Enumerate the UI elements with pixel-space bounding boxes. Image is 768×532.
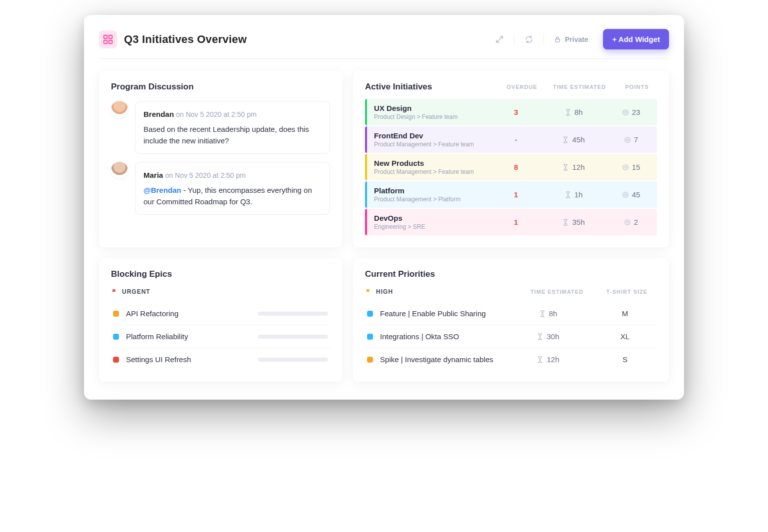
star-icon [624, 136, 631, 143]
initiatives-list: UX DesignProduct Design > Feature team38… [365, 99, 657, 235]
initiative-row[interactable]: PlatformProduct Management > Platform11h… [365, 181, 657, 208]
initiative-title: FrontEnd Dev [374, 131, 496, 140]
flag-label: HIGH [376, 288, 393, 295]
hourglass-icon [562, 219, 569, 226]
expand-button[interactable] [492, 32, 507, 47]
star-icon [622, 164, 629, 171]
message-bubble[interactable]: Maria on Nov 5 2020 at 2:50 pm @Brendan … [135, 162, 330, 215]
star-icon [622, 191, 629, 198]
initiative-overdue: 8 [496, 163, 536, 171]
grid-icon [103, 34, 113, 44]
priority-label: Integrations | Okta SSO [380, 332, 501, 341]
priority-size: M [595, 309, 655, 318]
initiative-path: Product Management > Platform [374, 196, 496, 203]
priority-label: Spike | Investigate dynamic tables [380, 355, 501, 364]
priority-row[interactable]: Integrations | Okta SSO30hXL [365, 325, 657, 348]
card-title: Blocking Epics [111, 269, 330, 279]
initiative-path: Engineering > SRE [374, 223, 496, 230]
priority-size: S [595, 355, 655, 364]
privacy-label: Private [565, 35, 588, 43]
message-mention[interactable]: @Brendan [144, 186, 181, 194]
star-icon [622, 109, 629, 116]
app-logo [99, 30, 117, 48]
initiative-points: 15 [611, 163, 651, 171]
page-title: Q3 Initiatives Overview [124, 33, 247, 46]
epics-list: API RefactoringPlatform ReliabilitySetti… [111, 302, 330, 371]
dashboard-window: Q3 Initiatives Overview Private + Add Wi… [84, 15, 684, 400]
flag-icon [365, 288, 372, 295]
priority-time: 12h [508, 355, 588, 364]
initiative-time: 8h [536, 108, 611, 116]
blocking-epics-card: Blocking Epics URGENT API RefactoringPla… [99, 258, 342, 382]
initiative-overdue: 3 [496, 108, 536, 116]
message-body: Based on the recent Leadership update, d… [144, 123, 322, 147]
flag-icon [111, 288, 118, 295]
initiative-title: New Products [374, 159, 496, 167]
svg-rect-0 [104, 35, 108, 38]
star-icon [624, 219, 631, 226]
avatar [111, 162, 128, 179]
message-timestamp: on Nov 5 2020 at 2:50 pm [165, 171, 246, 179]
card-title: Current Priorities [365, 269, 657, 279]
priority-flag: HIGH [365, 288, 517, 295]
refresh-button[interactable] [522, 32, 536, 47]
hourglass-icon [539, 310, 546, 317]
initiative-row[interactable]: UX DesignProduct Design > Feature team38… [365, 99, 657, 125]
progress-bar [258, 358, 328, 362]
initiative-path: Product Management > Feature team [374, 141, 496, 148]
initiative-overdue: 1 [496, 218, 536, 226]
priority-row[interactable]: Feature | Enable Public Sharing8hM [365, 302, 657, 325]
lock-icon [554, 36, 561, 43]
priority-time: 30h [508, 332, 588, 341]
header-bar: Q3 Initiatives Overview Private + Add Wi… [99, 29, 669, 59]
priority-size: XL [595, 332, 655, 341]
color-dot [113, 334, 119, 340]
progress-bar [258, 335, 328, 339]
epic-row[interactable]: API Refactoring [111, 302, 330, 325]
priority-row[interactable]: Spike | Investigate dynamic tables12hS [365, 348, 657, 371]
column-header-time: TIME ESTIMATED [517, 289, 597, 295]
add-widget-button[interactable]: + Add Widget [603, 29, 669, 49]
message-timestamp: on Nov 5 2020 at 2:50 pm [176, 110, 256, 118]
hourglass-icon [564, 191, 572, 198]
discussion-message: Brendan on Nov 5 2020 at 2:50 pm Based o… [111, 101, 330, 154]
progress-bar [258, 312, 328, 316]
initiative-title: DevOps [374, 214, 496, 222]
refresh-icon [524, 35, 534, 44]
card-title: Active Initiatives [365, 82, 502, 92]
divider [544, 34, 544, 45]
message-author: Brendan [144, 110, 174, 118]
initiative-points: 7 [611, 135, 651, 144]
initiative-overdue: 1 [496, 190, 536, 199]
priority-flag: URGENT [111, 288, 330, 295]
current-priorities-card: Current Priorities HIGH TIME ESTIMATED T… [353, 258, 669, 382]
hourglass-icon [536, 333, 544, 340]
svg-rect-4 [556, 39, 560, 42]
expand-icon [495, 35, 504, 44]
initiative-path: Product Design > Feature team [374, 113, 496, 120]
color-dot [367, 334, 373, 340]
message-bubble[interactable]: Brendan on Nov 5 2020 at 2:50 pm Based o… [135, 101, 330, 154]
avatar [111, 101, 128, 118]
epic-label: Settings UI Refresh [126, 355, 251, 364]
epic-row[interactable]: Settings UI Refresh [111, 348, 330, 371]
initiative-title: Platform [374, 186, 496, 195]
priorities-list: Feature | Enable Public Sharing8hMIntegr… [365, 302, 657, 371]
active-initiatives-card: Active Initiatives OVERDUE TIME ESTIMATE… [353, 71, 669, 247]
divider [514, 34, 514, 45]
initiative-points: 2 [611, 218, 651, 226]
initiative-row[interactable]: New ProductsProduct Management > Feature… [365, 154, 657, 180]
priority-time: 8h [508, 309, 588, 318]
initiative-path: Product Management > Feature team [374, 168, 496, 175]
initiative-row[interactable]: FrontEnd DevProduct Management > Feature… [365, 126, 657, 153]
initiative-points: 45 [611, 190, 651, 199]
epic-row[interactable]: Platform Reliability [111, 325, 330, 348]
column-header-overdue: OVERDUE [502, 84, 542, 90]
discussion-message: Maria on Nov 5 2020 at 2:50 pm @Brendan … [111, 162, 330, 215]
column-header-time: TIME ESTIMATED [542, 84, 617, 90]
initiative-overdue: - [496, 135, 536, 144]
initiative-row[interactable]: DevOpsEngineering > SRE135h2 [365, 209, 657, 235]
column-header-size: T-SHIRT SIZE [597, 289, 657, 295]
privacy-toggle[interactable]: Private [551, 35, 592, 43]
hourglass-icon [564, 109, 572, 116]
